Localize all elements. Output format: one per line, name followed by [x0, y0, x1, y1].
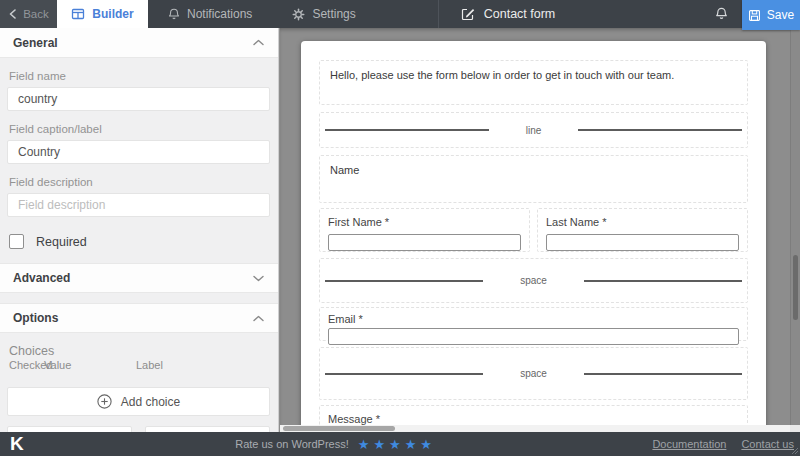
space-divider: space [325, 275, 742, 286]
top-bar: Back Builder Notifications Settings Cont… [0, 0, 800, 28]
section-options[interactable]: Options [0, 303, 278, 333]
choices-col-value: Value [44, 359, 71, 371]
name-fields-row: First Name * Last Name * [319, 208, 748, 252]
rate-us-text: Rate us on WordPress! [235, 438, 349, 450]
form-title-label: Contact form [484, 7, 556, 21]
divider-line-right [578, 129, 742, 131]
field-caption-label: Field caption/label [9, 123, 270, 135]
chevron-left-icon [8, 9, 17, 19]
field-settings-sidebar: General Field name Field caption/label F… [0, 28, 279, 432]
field-block-line-divider[interactable]: line [319, 112, 748, 148]
settings-label: Settings [312, 7, 355, 21]
rate-us-group[interactable]: Rate us on WordPress! ★★★★★ [235, 432, 432, 456]
email-label: Email * [328, 313, 739, 325]
add-choice-label: Add choice [121, 395, 180, 409]
choices-title: Choices [9, 344, 270, 358]
last-name-input[interactable] [546, 234, 739, 251]
first-name-input[interactable] [328, 234, 521, 251]
name-heading: Name [330, 164, 359, 176]
stars[interactable]: ★★★★★ [358, 438, 432, 451]
horizontal-scrollbar-thumb[interactable] [283, 426, 395, 431]
required-checkbox[interactable] [9, 234, 24, 249]
advanced-section-label: Advanced [13, 271, 70, 285]
field-block-space-divider[interactable]: space [319, 347, 748, 400]
space-divider: space [325, 368, 742, 379]
resize-grip-icon [791, 447, 799, 455]
line-divider-label: line [489, 125, 579, 136]
plus-circle-icon [97, 394, 112, 409]
vertical-scrollbar[interactable] [790, 28, 800, 425]
options-section-label: Options [13, 311, 58, 325]
divider-line-right [584, 280, 742, 282]
divider-line-right [584, 373, 742, 375]
field-block-last-name[interactable]: Last Name * [537, 208, 748, 252]
message-label: Message * [328, 413, 739, 425]
builder-tab-label: Builder [92, 7, 133, 21]
chevron-up-icon [253, 39, 264, 46]
edit-pencil-icon[interactable] [461, 7, 475, 21]
divider-line-left [325, 280, 483, 282]
builder-layout-icon [71, 7, 85, 21]
form-title: Contact form [461, 0, 556, 28]
save-button[interactable]: Save [742, 0, 800, 30]
divider-line-left [325, 373, 483, 375]
form-preview-card: Hello, please use the form below in orde… [301, 41, 766, 432]
intro-text: Hello, please use the form below in orde… [330, 69, 674, 81]
field-block-name-heading[interactable]: Name [319, 155, 748, 203]
divider-line-left [325, 129, 489, 131]
topbar-separator [438, 0, 439, 28]
star-icon[interactable]: ★ [389, 438, 401, 451]
contact-us-link[interactable]: Contact us [741, 438, 794, 450]
field-block-html-intro[interactable]: Hello, please use the form below in orde… [319, 60, 748, 105]
field-block-space-divider[interactable]: space [319, 258, 748, 303]
choices-column-headers: Checked Value Label [0, 359, 278, 374]
field-description-label: Field description [9, 176, 270, 188]
add-choice-button[interactable]: Add choice [7, 387, 270, 416]
choices-col-label: Label [136, 359, 163, 371]
line-divider: line [325, 125, 742, 136]
tab-builder[interactable]: Builder [57, 0, 148, 28]
tab-settings[interactable]: Settings [272, 0, 375, 28]
star-icon[interactable]: ★ [420, 438, 432, 451]
tab-notifications[interactable]: Notifications [148, 0, 272, 28]
documentation-link[interactable]: Documentation [652, 438, 726, 450]
field-block-first-name[interactable]: First Name * [319, 208, 530, 252]
back-button[interactable]: Back [0, 0, 57, 28]
star-icon[interactable]: ★ [373, 438, 385, 451]
field-block-email[interactable]: Email * [319, 307, 748, 341]
required-checkbox-row[interactable]: Required [9, 234, 270, 249]
first-name-label: First Name * [328, 216, 521, 228]
field-name-input[interactable] [7, 87, 270, 111]
star-icon[interactable]: ★ [405, 438, 417, 451]
email-input[interactable] [328, 328, 739, 345]
chevron-up-icon [253, 315, 264, 322]
section-general[interactable]: General [0, 28, 278, 58]
field-name-label: Field name [9, 70, 270, 82]
field-caption-input[interactable] [7, 140, 270, 164]
space-divider-label: space [483, 275, 584, 286]
footer-links: Documentation Contact us [652, 432, 794, 456]
notifications-label: Notifications [187, 7, 252, 21]
scrollbar-corner [790, 425, 800, 432]
bottom-bar: K Rate us on WordPress! ★★★★★ Documentat… [0, 432, 800, 456]
field-description-input[interactable] [7, 193, 270, 217]
vertical-scrollbar-thumb[interactable] [793, 255, 798, 320]
bell-icon [168, 8, 180, 21]
last-name-label: Last Name * [546, 216, 739, 228]
space-divider-label: space [483, 368, 584, 379]
save-floppy-icon [748, 9, 761, 22]
section-advanced[interactable]: Advanced [0, 263, 278, 293]
horizontal-scrollbar[interactable] [280, 425, 790, 432]
kali-forms-logo: K [10, 432, 24, 456]
form-preview-pane: Hello, please use the form below in orde… [280, 28, 800, 432]
chevron-down-icon [253, 275, 264, 282]
notifications-bell-button[interactable] [701, 0, 742, 28]
required-label: Required [36, 235, 87, 249]
bell-icon [715, 7, 728, 21]
general-section-label: General [13, 36, 58, 50]
save-label: Save [767, 8, 794, 22]
gear-icon [292, 8, 305, 21]
star-icon[interactable]: ★ [358, 438, 370, 451]
back-label: Back [23, 8, 49, 20]
